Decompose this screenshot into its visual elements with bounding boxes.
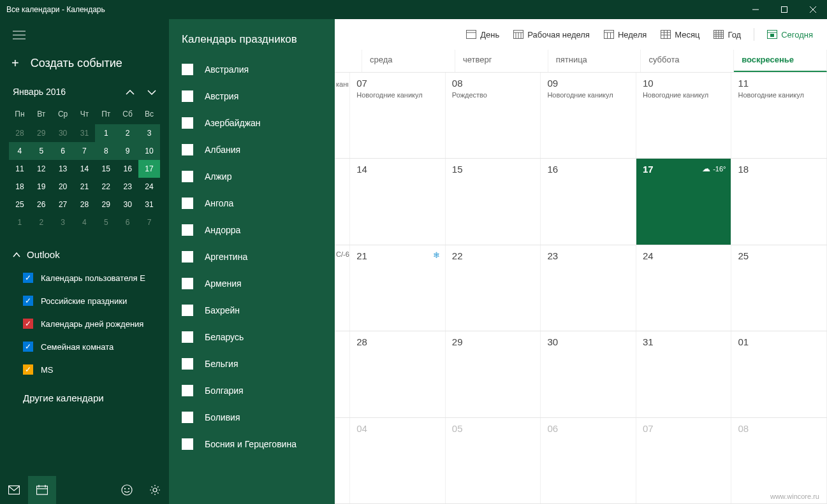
minimize-button[interactable] xyxy=(741,0,770,19)
checkbox-icon[interactable] xyxy=(182,117,193,129)
holiday-item[interactable]: Алжир xyxy=(169,163,335,190)
holiday-item[interactable]: Бахрейн xyxy=(169,297,335,324)
day-cell[interactable]: 09Новогодние каникул xyxy=(541,73,636,158)
day-cell[interactable]: 07Новогодние каникул xyxy=(350,73,446,158)
mini-day[interactable]: 2 xyxy=(31,213,52,231)
mini-day[interactable]: 29 xyxy=(31,124,52,142)
day-cell[interactable]: 11Новогодние каникул xyxy=(731,73,827,158)
day-cell[interactable]: 07 xyxy=(636,418,732,503)
mini-day[interactable]: 1 xyxy=(95,124,117,142)
mini-day[interactable]: 16 xyxy=(117,160,138,178)
day-cell[interactable]: 21❄ xyxy=(350,245,446,331)
mail-button[interactable] xyxy=(0,476,28,504)
mini-day[interactable]: 28 xyxy=(9,124,31,142)
day-cell[interactable]: 24 xyxy=(636,245,732,331)
calendar-item[interactable]: Российские праздники xyxy=(23,289,169,312)
hamburger-button[interactable] xyxy=(0,19,169,48)
day-cell[interactable]: 30 xyxy=(541,331,636,417)
mini-day[interactable]: 5 xyxy=(95,213,117,231)
checkbox-icon[interactable] xyxy=(182,331,193,343)
mini-day[interactable]: 15 xyxy=(95,160,117,178)
mini-day[interactable]: 23 xyxy=(117,178,138,196)
checkbox-icon[interactable] xyxy=(182,412,193,423)
mini-day[interactable]: 6 xyxy=(117,213,138,231)
day-cell[interactable]: 08 xyxy=(731,418,827,503)
holiday-item[interactable]: Боливия xyxy=(169,404,335,431)
day-cell[interactable]: 29 xyxy=(446,331,541,417)
checkbox-icon[interactable] xyxy=(23,364,33,375)
feedback-button[interactable] xyxy=(113,476,141,504)
checkbox-icon[interactable] xyxy=(182,64,193,75)
view-week-button[interactable]: Неделя xyxy=(603,27,648,42)
day-cell[interactable]: 14 xyxy=(350,159,446,244)
calendar-item[interactable]: MS xyxy=(23,358,169,381)
checkbox-icon[interactable] xyxy=(23,273,33,283)
mini-day[interactable]: 22 xyxy=(95,178,117,196)
mini-day[interactable]: 11 xyxy=(9,160,31,178)
mini-day[interactable]: 9 xyxy=(117,142,138,160)
mini-day[interactable]: 5 xyxy=(31,142,52,160)
holiday-item[interactable]: Албания xyxy=(169,136,335,163)
day-cell[interactable]: 18 xyxy=(731,159,827,244)
holiday-item[interactable]: Ангола xyxy=(169,190,335,217)
mini-day[interactable]: 14 xyxy=(74,160,96,178)
checkbox-icon[interactable] xyxy=(182,251,193,263)
checkbox-icon[interactable] xyxy=(23,319,33,329)
holiday-item[interactable]: Босния и Герцеговина xyxy=(169,431,335,457)
mini-day[interactable]: 3 xyxy=(138,124,160,142)
mini-day[interactable]: 18 xyxy=(9,178,31,196)
day-cell[interactable] xyxy=(335,418,350,503)
checkbox-icon[interactable] xyxy=(182,278,193,289)
checkbox-icon[interactable] xyxy=(182,90,193,102)
checkbox-icon[interactable] xyxy=(182,358,193,370)
calendar-button[interactable] xyxy=(28,476,56,504)
close-button[interactable] xyxy=(798,0,827,19)
mini-day[interactable]: 13 xyxy=(52,160,74,178)
mini-day[interactable]: 10 xyxy=(138,142,160,160)
checkbox-icon[interactable] xyxy=(182,385,193,396)
view-workweek-button[interactable]: Рабочая неделя xyxy=(512,27,591,42)
mini-day[interactable]: 17 xyxy=(138,160,160,178)
checkbox-icon[interactable] xyxy=(23,342,33,352)
holiday-item[interactable]: Бельгия xyxy=(169,350,335,377)
prev-month-button[interactable] xyxy=(123,83,137,100)
view-day-button[interactable]: День xyxy=(465,27,501,42)
calendar-item[interactable]: Семейная комната xyxy=(23,335,169,358)
mini-day[interactable]: 4 xyxy=(74,213,96,231)
mini-day[interactable]: 19 xyxy=(31,178,52,196)
holiday-item[interactable]: Беларусь xyxy=(169,324,335,350)
day-cell[interactable]: 10Новогодние каникул xyxy=(636,73,732,158)
maximize-button[interactable] xyxy=(770,0,798,19)
holiday-item[interactable]: Австрия xyxy=(169,83,335,110)
checkbox-icon[interactable] xyxy=(182,144,193,155)
mini-day[interactable]: 31 xyxy=(138,196,160,213)
mini-day[interactable]: 3 xyxy=(52,213,74,231)
mini-day[interactable]: 20 xyxy=(52,178,74,196)
mini-day[interactable]: 29 xyxy=(95,196,117,213)
day-cell[interactable]: 01 xyxy=(731,331,827,417)
day-cell[interactable]: 08Рождество xyxy=(446,73,541,158)
checkbox-icon[interactable] xyxy=(182,224,193,236)
day-cell[interactable]: 31 xyxy=(636,331,732,417)
day-cell[interactable]: каникул xyxy=(335,73,350,158)
mini-day[interactable]: 30 xyxy=(52,124,74,142)
next-month-button[interactable] xyxy=(145,83,159,100)
outlook-section-toggle[interactable]: Outlook xyxy=(0,231,169,266)
mini-day[interactable]: 7 xyxy=(138,213,160,231)
holiday-item[interactable]: Армения xyxy=(169,270,335,297)
mini-day[interactable]: 12 xyxy=(31,160,52,178)
checkbox-icon[interactable] xyxy=(23,296,33,306)
mini-day[interactable]: 21 xyxy=(74,178,96,196)
day-cell[interactable]: 16 xyxy=(541,159,636,244)
holiday-item[interactable]: Андорра xyxy=(169,217,335,243)
mini-day[interactable]: 30 xyxy=(117,196,138,213)
day-cell[interactable]: 17☁ -16° xyxy=(636,159,732,244)
day-cell[interactable]: 28 xyxy=(350,331,446,417)
mini-day[interactable]: 24 xyxy=(138,178,160,196)
day-cell[interactable]: 04 xyxy=(350,418,446,503)
mini-day[interactable]: 2 xyxy=(117,124,138,142)
mini-day[interactable]: 7 xyxy=(74,142,96,160)
view-year-button[interactable]: Год xyxy=(712,27,742,42)
day-cell[interactable]: 05 xyxy=(446,418,541,503)
checkbox-icon[interactable] xyxy=(182,305,193,316)
